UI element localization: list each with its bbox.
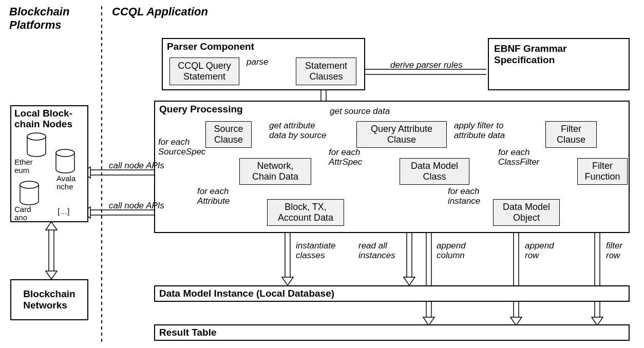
svg-point-55 bbox=[20, 181, 39, 188]
section-ccql-application: CCQL Application bbox=[112, 5, 208, 18]
edge-attrspec: for each AttrSpec bbox=[329, 148, 362, 167]
edge-derive: derive parser rules bbox=[390, 61, 463, 70]
edge-instance: for each instance bbox=[448, 187, 480, 206]
panel-dmi: Data Model Instance (Local Database) bbox=[154, 285, 630, 302]
node-network-chain: Network, Chain Data bbox=[239, 158, 311, 185]
panel-result: Result Table bbox=[154, 324, 630, 341]
node-dm-class: Data Model Class bbox=[400, 158, 469, 185]
ebnf-title: EBNF Grammar Specification bbox=[494, 43, 567, 66]
edge-read-instances: read all instances bbox=[358, 241, 395, 260]
node-filter-clause: Filter Clause bbox=[545, 121, 597, 148]
node-ccql-query: CCQL Query Statement bbox=[169, 57, 239, 85]
node-source-clause: Source Clause bbox=[205, 121, 252, 148]
section-blockchain-platforms: Blockchain Platforms bbox=[9, 5, 91, 32]
svg-point-53 bbox=[27, 133, 46, 140]
edge-append-column: append column bbox=[437, 241, 466, 260]
node-dm-object: Data Model Object bbox=[493, 199, 560, 226]
node-avalanche-label: Avala nche bbox=[56, 175, 75, 191]
cylinder-icon bbox=[26, 132, 47, 157]
label: Blockchain Platforms bbox=[9, 5, 69, 31]
blockchain-networks-label: Blockchain Networks bbox=[20, 285, 78, 314]
node-more-label: […] bbox=[58, 207, 69, 216]
edge-attribute: for each Attribute bbox=[197, 187, 230, 206]
node-statement-clauses: Statement Clauses bbox=[296, 57, 356, 85]
parser-title: Parser Component bbox=[167, 41, 254, 52]
cylinder-icon bbox=[18, 181, 40, 205]
edge-call-node-apis-1: call node APIs bbox=[109, 161, 164, 171]
edge-filter-row: filter row bbox=[606, 241, 622, 260]
edge-append-row: append row bbox=[525, 241, 554, 260]
edge-get-attr: get attribute data by source bbox=[269, 121, 327, 140]
panel-blockchain-networks: Blockchain Networks bbox=[10, 279, 88, 320]
edge-apply-filter: apply filter to attribute data bbox=[454, 121, 505, 140]
edge-get-source-data: get source data bbox=[330, 107, 390, 117]
qp-title: Query Processing bbox=[159, 104, 243, 115]
dmi-title: Data Model Instance (Local Database) bbox=[159, 288, 334, 299]
label: CCQL Application bbox=[112, 5, 208, 18]
edge-instantiate: instantiate classes bbox=[296, 241, 336, 260]
node-filter-function: Filter Function bbox=[577, 158, 628, 185]
local-nodes-title: Local Block- chain Nodes bbox=[14, 108, 86, 130]
edge-parse: parse bbox=[247, 57, 269, 67]
edge-sourcespec: for each SourceSpec bbox=[158, 138, 206, 157]
svg-point-54 bbox=[56, 149, 74, 157]
node-query-attr: Query Attribute Clause bbox=[356, 121, 447, 148]
result-title: Result Table bbox=[159, 327, 217, 338]
cylinder-icon bbox=[54, 149, 76, 173]
node-cardano-label: Card ano bbox=[14, 205, 31, 222]
edge-classfilter: for each ClassFilter bbox=[498, 148, 539, 167]
edge-call-node-apis-2: call node APIs bbox=[109, 201, 164, 211]
node-ethereum-label: Ether eum bbox=[14, 158, 33, 175]
panel-ebnf: EBNF Grammar Specification bbox=[488, 38, 630, 90]
node-block-tx: Block, TX, Account Data bbox=[267, 199, 344, 226]
